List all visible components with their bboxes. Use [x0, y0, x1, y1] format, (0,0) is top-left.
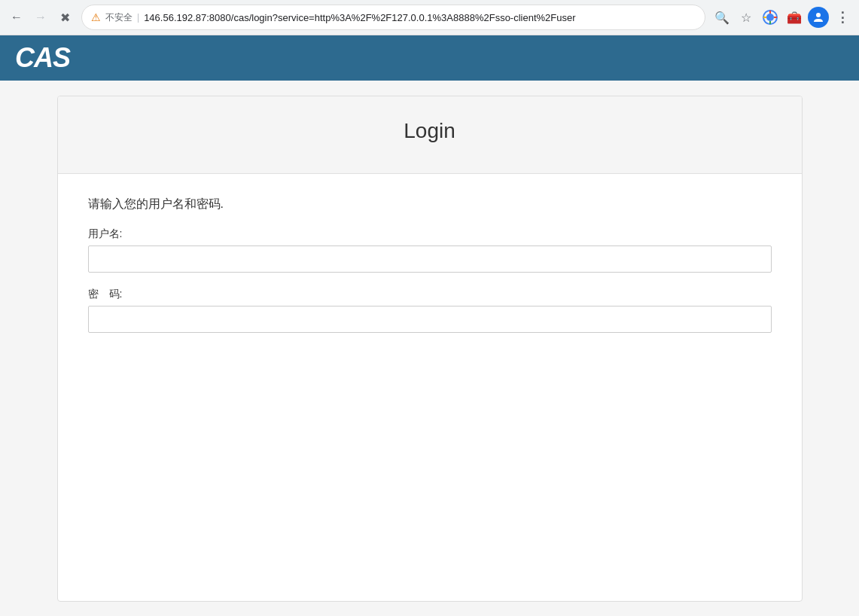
svg-point-2	[816, 13, 821, 17]
login-card: Login 请输入您的用户名和密码. 用户名: 密 码:	[57, 96, 803, 602]
login-title: Login	[88, 119, 772, 143]
password-label: 密 码:	[88, 288, 772, 301]
browser-toolbar: ← → ✖ ⚠ 不安全 | 146.56.192.87:8080/cas/log…	[0, 0, 859, 35]
forward-button[interactable]: →	[30, 7, 51, 28]
username-input[interactable]	[88, 245, 772, 273]
back-button[interactable]: ←	[6, 7, 27, 28]
page-header: CAS	[0, 35, 859, 81]
toolbar-icons: 🔍 ☆ 🧰 ⋮	[711, 7, 853, 28]
reload-button[interactable]: ✖	[54, 7, 75, 28]
password-form-group: 密 码:	[88, 288, 772, 333]
login-body: 请输入您的用户名和密码. 用户名: 密 码:	[58, 174, 802, 371]
insecure-label: 不安全	[105, 11, 133, 24]
nav-buttons: ← → ✖	[6, 7, 75, 28]
bookmark-icon-button[interactable]: ☆	[736, 7, 757, 28]
browser-chrome: ← → ✖ ⚠ 不安全 | 146.56.192.87:8080/cas/log…	[0, 0, 859, 35]
login-header: Login	[58, 96, 802, 174]
address-bar[interactable]: ⚠ 不安全 | 146.56.192.87:8080/cas/login?ser…	[81, 5, 705, 30]
username-label: 用户名:	[88, 227, 772, 241]
search-icon-button[interactable]: 🔍	[711, 7, 733, 28]
url-text: 146.56.192.87:8080/cas/login?service=htt…	[144, 12, 696, 23]
warning-icon: ⚠	[91, 11, 101, 23]
svg-point-1	[766, 14, 774, 21]
separator: |	[137, 12, 139, 23]
password-input[interactable]	[88, 306, 772, 333]
extensions-button[interactable]: 🧰	[784, 7, 805, 28]
instruction-text: 请输入您的用户名和密码.	[88, 197, 772, 212]
menu-button[interactable]: ⋮	[832, 7, 853, 28]
username-form-group: 用户名:	[88, 227, 772, 273]
cas-logo: CAS	[15, 42, 70, 74]
profile-icon[interactable]	[808, 7, 829, 28]
page-content: Login 请输入您的用户名和密码. 用户名: 密 码:	[0, 81, 859, 616]
chrome-extension-icon[interactable]	[760, 7, 781, 28]
